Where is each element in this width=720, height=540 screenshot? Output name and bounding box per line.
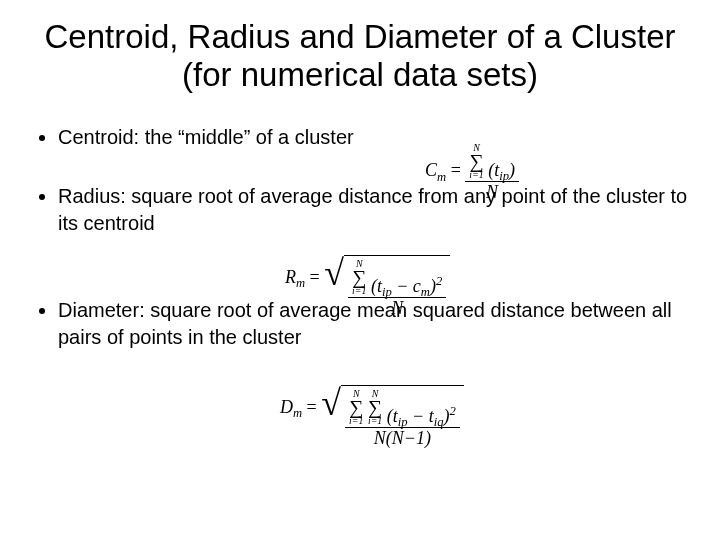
- sqrt-icon: √: [321, 387, 341, 419]
- formula-diameter: Dm = √ N ∑ i=1 N ∑ i=1 (tip − tiq)2: [280, 385, 464, 449]
- bullet-centroid: Centroid: the “middle” of a cluster: [58, 124, 690, 151]
- sigma-icon: ∑: [368, 396, 382, 418]
- exp: 2: [450, 404, 456, 418]
- term3: ): [444, 406, 450, 426]
- sigma1-top: N: [349, 390, 363, 399]
- lhs-sub: m: [293, 406, 302, 420]
- bullet-radius: Radius: square root of average distance …: [58, 183, 690, 237]
- term: (t: [387, 406, 398, 426]
- bullet-diameter: Diameter: square root of average mean sq…: [58, 297, 690, 351]
- term2: − t: [408, 406, 434, 426]
- slide-title: Centroid, Radius and Diameter of a Clust…: [30, 18, 690, 94]
- denominator: N(N−1): [345, 428, 460, 449]
- sigma2-bot: i=1: [368, 417, 382, 426]
- term-sub1: ip: [398, 415, 408, 429]
- sigma-icon: ∑: [349, 396, 363, 418]
- sigma2-top: N: [368, 390, 382, 399]
- sigma1-bot: i=1: [349, 417, 363, 426]
- bullet-list: Centroid: the “middle” of a cluster Radi…: [30, 124, 690, 351]
- term-sub2: iq: [434, 415, 444, 429]
- lhs-symbol: D: [280, 397, 293, 417]
